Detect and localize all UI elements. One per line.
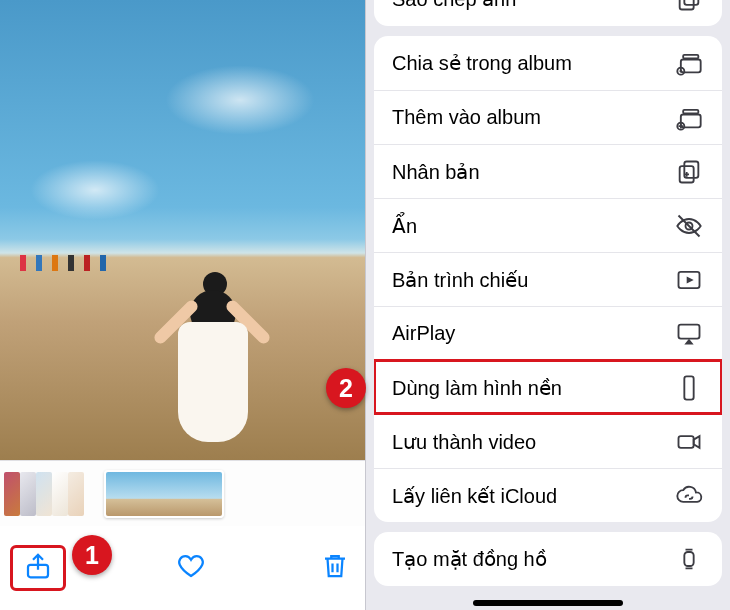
menu-item-hide[interactable]: Ẩn bbox=[374, 198, 722, 252]
menu-item-copy-photo[interactable]: Sao chép ảnh bbox=[374, 0, 722, 26]
menu-item-label: Chia sẻ trong album bbox=[392, 51, 674, 75]
menu-item-label: Thêm vào album bbox=[392, 106, 674, 129]
home-indicator[interactable] bbox=[473, 600, 623, 606]
menu-item-share-album[interactable]: Chia sẻ trong album bbox=[374, 36, 722, 90]
eye-slash-icon bbox=[674, 211, 704, 241]
menu-item-add-to-album[interactable]: Thêm vào album bbox=[374, 90, 722, 144]
thumbnail-current[interactable] bbox=[104, 470, 224, 518]
menu-item-slideshow[interactable]: Bản trình chiếu bbox=[374, 252, 722, 306]
annotation-badge-2: 2 bbox=[326, 368, 366, 408]
menu-item-save-as-video[interactable]: Lưu thành video bbox=[374, 414, 722, 468]
svg-rect-6 bbox=[683, 109, 698, 113]
svg-rect-16 bbox=[684, 552, 693, 566]
photo-viewer-pane bbox=[0, 0, 365, 610]
menu-item-label: Lấy liên kết iCloud bbox=[392, 484, 674, 508]
trash-icon bbox=[320, 551, 350, 585]
thumbnail[interactable] bbox=[68, 472, 84, 516]
trash-button[interactable] bbox=[315, 548, 355, 588]
menu-item-label: AirPlay bbox=[392, 322, 674, 345]
menu-item-label: Lưu thành video bbox=[392, 430, 674, 454]
shared-album-icon bbox=[674, 48, 704, 78]
annotation-badge-1: 1 bbox=[72, 535, 112, 575]
menu-item-use-as-wallpaper[interactable]: Dùng làm hình nền bbox=[374, 360, 722, 414]
thumbnail[interactable] bbox=[36, 472, 52, 516]
apple-watch-icon bbox=[674, 544, 704, 574]
svg-rect-1 bbox=[684, 0, 698, 5]
phone-icon bbox=[674, 373, 704, 403]
svg-rect-14 bbox=[684, 376, 693, 399]
menu-item-label: Sao chép ảnh bbox=[392, 0, 674, 11]
share-sheet-pane: Sao chép ảnh Chia sẻ trong album Thêm và… bbox=[365, 0, 730, 610]
play-rect-icon bbox=[674, 265, 704, 295]
share-icon bbox=[23, 551, 53, 585]
menu-item-duplicate[interactable]: Nhân bản bbox=[374, 144, 722, 198]
menu-item-label: Tạo mặt đồng hồ bbox=[392, 547, 674, 571]
svg-rect-13 bbox=[679, 324, 700, 338]
heart-icon bbox=[176, 551, 206, 585]
menu-item-label: Nhân bản bbox=[392, 160, 674, 184]
add-to-album-icon bbox=[674, 103, 704, 133]
menu-item-label: Dùng làm hình nền bbox=[392, 376, 674, 400]
video-icon bbox=[674, 427, 704, 457]
thumbnail[interactable] bbox=[4, 472, 20, 516]
menu-item-label: Ẩn bbox=[392, 214, 674, 238]
thumbnail[interactable] bbox=[52, 472, 68, 516]
svg-rect-15 bbox=[679, 436, 694, 448]
menu-item-airplay[interactable]: AirPlay bbox=[374, 306, 722, 360]
thumbnail[interactable] bbox=[20, 472, 36, 516]
favorite-button[interactable] bbox=[171, 548, 211, 588]
svg-rect-3 bbox=[683, 55, 698, 59]
photo-thumbnail-strip[interactable] bbox=[0, 460, 365, 526]
copy-icon bbox=[674, 0, 704, 14]
menu-item-label: Bản trình chiếu bbox=[392, 268, 674, 292]
menu-item-icloud-link[interactable]: Lấy liên kết iCloud bbox=[374, 468, 722, 522]
bottom-toolbar bbox=[0, 526, 365, 610]
menu-item-create-watch-face[interactable]: Tạo mặt đồng hồ bbox=[374, 532, 722, 586]
icloud-link-icon bbox=[674, 481, 704, 511]
share-button[interactable] bbox=[10, 545, 66, 591]
photo-preview[interactable] bbox=[0, 0, 365, 460]
airplay-icon bbox=[674, 319, 704, 349]
duplicate-icon bbox=[674, 157, 704, 187]
